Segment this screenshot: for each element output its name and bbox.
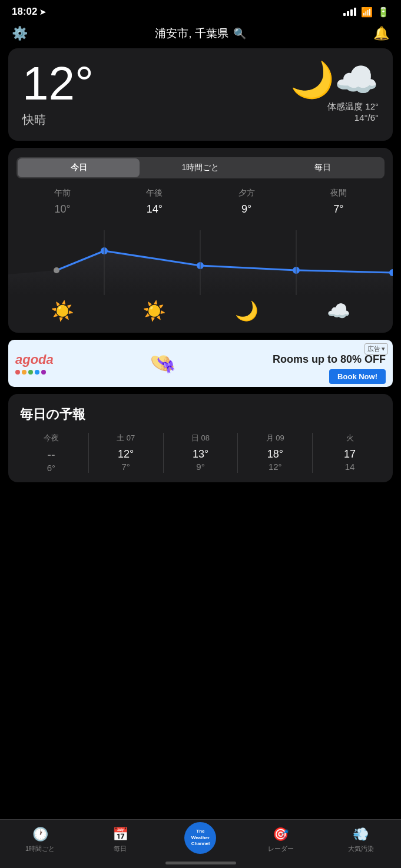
daily-high-sun: 13°	[166, 448, 236, 460]
forecast-card: 今日 1時間ごと 毎日 午前 午後 夕方 夜間 10° 14° 9° 7°	[8, 148, 393, 333]
daily-day-mon: 月 09	[240, 433, 310, 443]
icon-night: ☁️	[293, 300, 385, 322]
time-label-afternoon: 午後	[108, 188, 200, 198]
status-time: 18:02	[12, 6, 37, 18]
time-label-night: 夜間	[293, 188, 385, 198]
main-weather-card: 12° 快晴 🌙☁️ 体感温度 12° 14°/6°	[8, 48, 393, 141]
time-labels: 午前 午後 夕方 夜間	[8, 188, 393, 198]
daily-day-sun: 日 08	[166, 433, 236, 443]
daily-col-mon: 月 09 18° 12°	[237, 433, 312, 473]
daily-low-sun: 9°	[166, 462, 236, 472]
svg-point-1	[54, 267, 59, 273]
nav-daily[interactable]: 📅 毎日	[102, 827, 138, 853]
daily-low-tue: 14	[315, 462, 385, 472]
radar-icon: 🎯	[273, 827, 289, 842]
daily-col-tonight: 今夜 -- 6°	[14, 433, 88, 473]
daily-high-tue: 17	[315, 448, 385, 460]
daily-high-mon: 18°	[240, 448, 310, 460]
nav-home[interactable]: TheWeatherChannel	[183, 826, 218, 854]
daily-day-sat: 土 07	[91, 433, 161, 443]
book-now-button[interactable]: Book Now!	[329, 369, 386, 384]
feels-like: 体感温度 12°	[290, 101, 379, 112]
nav-hourly[interactable]: 🕐 1時間ごと	[22, 827, 58, 853]
time-label-evening: 夕方	[201, 188, 293, 198]
icon-evening: 🌙	[201, 300, 293, 322]
temperature-chart: 10° 14° 9° 7°	[8, 201, 393, 295]
agoda-logo: agoda	[15, 352, 54, 367]
moon-cloud-icon: 🌙☁️	[290, 62, 379, 98]
daily-day-tonight: 今夜	[16, 433, 86, 443]
bottom-nav: 🕐 1時間ごと 📅 毎日 TheWeatherChannel 🎯 レーダー 💨 …	[0, 819, 401, 868]
daily-low-tonight: 6°	[16, 463, 86, 473]
ad-image: 👒	[150, 351, 176, 376]
chart-temp-values: 10° 14° 9° 7°	[8, 203, 393, 216]
nav-hourly-label: 1時間ごと	[25, 844, 55, 853]
hi-lo-temp: 14°/6°	[290, 112, 379, 122]
calendar-icon: 📅	[112, 827, 128, 842]
location-arrow-icon: ➤	[39, 8, 46, 16]
tab-hourly[interactable]: 1時間ごと	[140, 158, 261, 177]
nav-air-quality-label: 大気汚染	[348, 844, 374, 853]
forecast-tab-bar: 今日 1時間ごと 毎日	[16, 157, 385, 178]
chart-temp-evening: 9°	[201, 203, 293, 216]
daily-forecast-title: 毎日の予報	[8, 406, 393, 433]
weather-channel-button[interactable]: TheWeatherChannel	[184, 822, 216, 854]
header: ⚙️ 浦安市, 千葉県 🔍 🔔	[0, 21, 401, 48]
search-icon[interactable]: 🔍	[233, 27, 246, 40]
daily-columns: 今夜 -- 6° 土 07 12° 7° 日 08 13° 9° 月 09 18…	[8, 433, 393, 473]
settings-icon[interactable]: ⚙️	[12, 26, 28, 41]
nav-air-quality[interactable]: 💨 大気汚染	[343, 827, 379, 853]
wifi-icon: 📶	[361, 6, 373, 18]
icon-afternoon: ☀️	[108, 300, 200, 322]
daily-col-sun: 日 08 13° 9°	[163, 433, 238, 473]
ad-brand: agoda	[15, 352, 54, 375]
nav-radar-label: レーダー	[268, 844, 294, 853]
battery-icon: 🔋	[377, 6, 389, 18]
status-right: 📶 🔋	[343, 6, 389, 18]
daily-high-sat: 12°	[91, 448, 161, 460]
icon-morning: ☀️	[16, 300, 108, 322]
daily-day-tue: 火	[315, 433, 385, 443]
chart-svg	[8, 230, 393, 295]
ad-tag: 広告▾	[364, 343, 388, 355]
agoda-dots	[15, 370, 54, 375]
daily-col-tue: 火 17 14	[312, 433, 387, 473]
weather-icons-row: ☀️ ☀️ 🌙 ☁️	[8, 300, 393, 322]
air-quality-icon: 💨	[353, 827, 369, 842]
notification-icon[interactable]: 🔔	[373, 26, 389, 41]
daily-low-mon: 12°	[240, 462, 310, 472]
clock-icon: 🕐	[32, 827, 48, 842]
ad-banner[interactable]: agoda 👒 Rooms up to 80% OFF Book Now! 広告…	[8, 340, 393, 387]
chart-temp-night: 7°	[293, 203, 385, 216]
daily-low-sat: 7°	[91, 462, 161, 472]
nav-radar[interactable]: 🎯 レーダー	[263, 827, 299, 853]
time-label-morning: 午前	[16, 188, 108, 198]
status-bar: 18:02 ➤ 📶 🔋	[0, 0, 401, 21]
daily-high-tonight: --	[16, 448, 86, 462]
current-temperature: 12°	[22, 60, 94, 107]
ad-offer: Rooms up to 80% OFF	[273, 353, 386, 366]
daily-forecast-card: 毎日の予報 今夜 -- 6° 土 07 12° 7° 日 08 13° 9° 月…	[8, 394, 393, 482]
tab-daily[interactable]: 毎日	[261, 158, 383, 177]
weather-condition: 快晴	[22, 112, 94, 128]
tab-today[interactable]: 今日	[18, 158, 140, 177]
daily-col-sat: 土 07 12° 7°	[88, 433, 163, 473]
home-indicator	[165, 862, 236, 864]
chart-temp-afternoon: 14°	[108, 203, 200, 216]
signal-icon	[343, 8, 356, 16]
nav-daily-label: 毎日	[114, 844, 127, 853]
chart-temp-morning: 10°	[16, 203, 108, 216]
location-label: 浦安市, 千葉県	[155, 26, 228, 41]
